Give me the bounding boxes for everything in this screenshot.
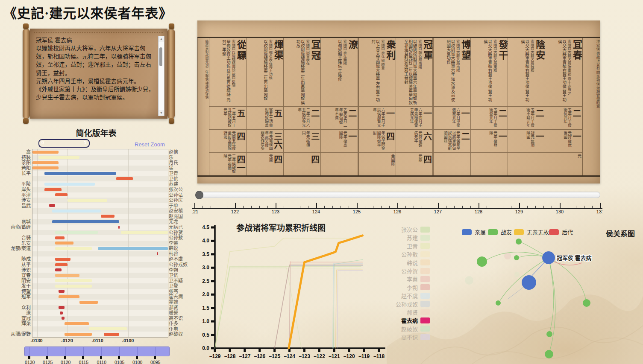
series-line[interactable] xyxy=(289,236,363,348)
manuscript-entry: 冝冠索隱曰冠音表在以校尉從驃騎將軍二年出再擊匈奴侯功故 xyxy=(284,38,320,106)
series-line[interactable] xyxy=(290,265,363,348)
gantt-bar[interactable] xyxy=(79,301,98,304)
gantt-bar[interactable] xyxy=(55,193,67,196)
graph-node-ally-6[interactable] xyxy=(546,331,552,337)
legend-item[interactable]: 张次公 xyxy=(376,225,430,233)
gantt-bar[interactable] xyxy=(157,252,159,255)
graph-node-ally-7[interactable] xyxy=(545,350,553,358)
series-line[interactable] xyxy=(275,265,363,348)
legend-item[interactable]: 公孙敖 xyxy=(376,250,430,258)
gantt-bar[interactable] xyxy=(118,226,120,229)
gantt-bar[interactable] xyxy=(59,290,65,293)
legend-name: 郝贤 xyxy=(407,308,418,316)
legend-item[interactable]: 李蔡 xyxy=(376,275,430,283)
graph-node-ally-5[interactable] xyxy=(583,299,590,307)
legend-swatch xyxy=(420,276,430,282)
gantt-bar[interactable] xyxy=(62,317,65,320)
gantt-bar[interactable] xyxy=(55,242,73,245)
gantt-bar[interactable] xyxy=(98,247,168,250)
gantt-bar[interactable] xyxy=(38,156,79,159)
gantt-bar[interactable] xyxy=(65,333,92,336)
manuscript-column: 陰安索隱曰志縣名屬魏郡以父大將軍青破右賢王功侯 賢王功侯二五年月丁侯衞不疑元年一… xyxy=(508,38,545,175)
ruler-tick-label: 125 xyxy=(353,209,361,214)
scrollbar-thumb[interactable] xyxy=(159,47,162,66)
scroll-up-icon[interactable]: ▲ xyxy=(159,36,164,42)
gantt-bar[interactable] xyxy=(55,268,61,271)
scroll-down-icon[interactable]: ▼ xyxy=(159,110,164,116)
gantt-bar[interactable] xyxy=(32,151,59,154)
gantt-bar[interactable] xyxy=(65,322,89,325)
manuscript-cell-text: 三年侯破奴元年 得國除 xyxy=(223,154,235,174)
gantt-bar[interactable] xyxy=(55,279,91,282)
legend-item[interactable]: 高不识 xyxy=(376,333,430,341)
x-tick-label: −124 xyxy=(284,353,295,359)
gantt-bar[interactable] xyxy=(60,312,63,314)
gantt-bar[interactable] xyxy=(89,327,127,330)
gantt-bar[interactable] xyxy=(55,247,91,250)
manuscript-annotation: 索隱曰志縣名屬汝南郡 章十亦有之 xyxy=(567,40,571,105)
legend-item[interactable]: 韩说 xyxy=(376,259,430,267)
gantt-bar[interactable] xyxy=(55,231,98,234)
gantt-bar[interactable] xyxy=(59,306,65,309)
gantt-bar[interactable] xyxy=(104,333,119,336)
graph-node-kin-1[interactable] xyxy=(522,275,536,290)
legend-item[interactable]: 卫青 xyxy=(376,242,430,250)
gantt-bar[interactable] xyxy=(68,199,107,202)
biography-paragraph: 《外戚世家第十九》：及衞皇后所謂姊衞少兒，少兒生子霍去病，以軍功封冠軍侯。 xyxy=(36,85,156,102)
gantt-bar[interactable] xyxy=(44,188,61,191)
ruler-minor-tick xyxy=(495,206,495,208)
reset-zoom-link[interactable]: Reset Zoom xyxy=(135,141,165,148)
graph-node-center[interactable] xyxy=(542,251,555,264)
series-line[interactable] xyxy=(215,238,358,348)
gantt-bar[interactable] xyxy=(44,183,95,186)
series-line[interactable] xyxy=(290,261,363,348)
legend-swatch xyxy=(420,317,430,323)
brush-axis-tick xyxy=(100,356,102,359)
legend-item[interactable]: 赵破奴 xyxy=(376,325,430,333)
gantt-bar[interactable] xyxy=(55,258,70,261)
gantt-bar[interactable] xyxy=(52,210,101,213)
legend-item[interactable]: 李朔 xyxy=(376,283,430,291)
gantt-bar[interactable] xyxy=(44,172,116,175)
gantt-bar[interactable] xyxy=(101,215,115,218)
gantt-bar[interactable] xyxy=(49,204,55,207)
scrollbar[interactable]: ▲ ▼ xyxy=(158,36,164,116)
manuscript-entry: 冝春索隱曰志縣名屬汝南郡 章十亦有之以父大將軍青破右賢王功侯 賢王功侯 xyxy=(545,38,582,106)
legend-item[interactable]: 苏建 xyxy=(376,233,430,242)
series-line[interactable] xyxy=(290,263,363,348)
legend-item[interactable]: 霍去病 xyxy=(376,316,430,324)
manuscript-cell: 五二年五月丁丑侯趙破奴元年 xyxy=(209,106,246,129)
gantt-bar[interactable] xyxy=(116,177,133,180)
legend-item[interactable]: 郝贤 xyxy=(376,308,430,316)
gantt-bar[interactable] xyxy=(55,274,79,277)
gantt-bar[interactable] xyxy=(55,263,67,266)
manuscript-scroll-slider-track[interactable] xyxy=(196,192,600,198)
graph-node-ally-1[interactable] xyxy=(516,239,522,245)
relationship-graph[interactable]: 冠军侯 霍去病亲属战友无亲无故后代 xyxy=(453,224,643,364)
legend-item[interactable]: 赵不虞 xyxy=(376,291,430,300)
legend-item[interactable]: 公孙贺 xyxy=(376,267,430,275)
gantt-bar[interactable] xyxy=(55,285,91,288)
series-line[interactable] xyxy=(290,262,363,348)
series-line[interactable] xyxy=(215,269,361,348)
series-line[interactable] xyxy=(336,270,363,348)
gantt-bar[interactable] xyxy=(52,220,119,223)
gantt-bar[interactable] xyxy=(55,236,64,239)
manuscript-photo: 騎將軍封故曰元封三年擊侯 樓蘭功復侯從驃索隱曰以從驃騎得封故曰從驃擊匈奴得王功侯… xyxy=(197,20,600,183)
timeline-range-brush[interactable] xyxy=(24,347,170,356)
graph-node-ally-3[interactable] xyxy=(477,256,487,267)
gantt-bar[interactable] xyxy=(32,161,59,164)
manuscript-column: 冠軍索隱曰縣名屬南陽以驃姚校尉再從大將軍六年擊匈奴斬相國功侯元狩二年以驃騎將軍擊… xyxy=(396,38,433,175)
gantt-bar[interactable] xyxy=(32,166,59,169)
graph-node-ally-2[interactable] xyxy=(514,255,519,260)
timeline-plot[interactable] xyxy=(32,149,168,338)
gantt-bar[interactable] xyxy=(121,231,168,234)
graph-node-ally-4[interactable] xyxy=(496,300,501,306)
series-line[interactable] xyxy=(337,271,362,348)
series-line[interactable] xyxy=(215,266,361,348)
gantt-bar[interactable] xyxy=(59,295,80,298)
legend-item[interactable]: 公孙戎奴 xyxy=(376,300,430,308)
timeline-row xyxy=(32,268,168,274)
manuscript-year-numeral: 五 xyxy=(273,109,282,128)
manuscript-scroll-slider-thumb[interactable] xyxy=(195,191,203,199)
